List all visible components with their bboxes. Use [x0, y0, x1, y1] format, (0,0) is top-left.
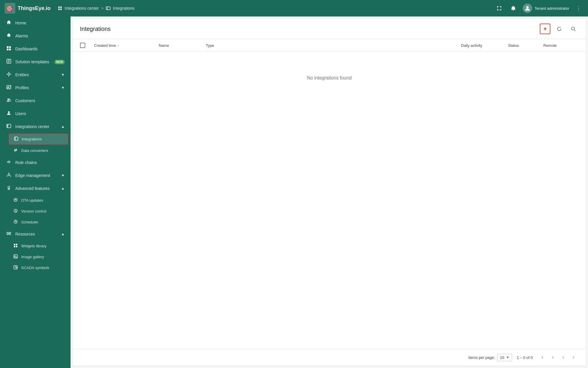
add-integration-button[interactable]: + [540, 24, 550, 34]
sidebar-item-scheduler[interactable]: Scheduler [0, 217, 71, 228]
svg-rect-3 [60, 6, 62, 8]
sidebar-item-resources[interactable]: Resources ▲ [0, 228, 71, 241]
svg-point-14 [9, 72, 9, 73]
data-converters-icon [13, 148, 18, 153]
sidebar-item-integrations[interactable]: Integrations [9, 134, 68, 145]
sidebar-item-label: Dashboards [15, 47, 65, 51]
svg-point-25 [8, 174, 10, 176]
svg-text:🎯: 🎯 [6, 5, 13, 12]
breadcrumb-parent[interactable]: Integrations center [65, 6, 99, 11]
col-created-time-label: Created time [94, 43, 116, 48]
user-menu[interactable]: Tenant administrator [523, 4, 569, 13]
sidebar-subitem-label: Integrations [22, 137, 42, 141]
image-gallery-icon [13, 254, 18, 259]
sidebar-item-label: Entities [15, 72, 58, 77]
svg-point-7 [526, 6, 529, 9]
sidebar-item-label: Integrations center [15, 124, 58, 129]
svg-rect-8 [7, 46, 9, 48]
sidebar-item-version-control[interactable]: Version control [0, 206, 71, 217]
items-per-page-label: Items per page: [468, 355, 495, 360]
chevron-up-icon: ▲ [61, 125, 65, 129]
sidebar-item-users[interactable]: Users [0, 107, 71, 120]
sidebar-item-label: Resources [15, 232, 58, 236]
resources-icon [6, 231, 12, 237]
svg-point-22 [8, 111, 10, 113]
home-icon [6, 20, 12, 26]
prev-page-button[interactable] [548, 353, 557, 362]
sidebar-subitem-label: Widgets library [21, 244, 46, 248]
col-created-time[interactable]: Created time ↓ [94, 43, 159, 48]
col-type[interactable]: Type [206, 43, 461, 48]
chevron-down-icon: ▼ [61, 86, 65, 90]
col-status-label: Status [508, 43, 519, 48]
sidebar-item-label: Profiles [15, 85, 58, 90]
pagination-info: 1 – 0 of 0 [517, 355, 533, 360]
last-page-button[interactable] [569, 353, 579, 362]
svg-point-15 [9, 76, 9, 77]
items-per-page: Items per page: 10 ▼ [468, 354, 512, 361]
sidebar-subitem-label: OTA updates [21, 198, 43, 203]
search-button[interactable] [568, 24, 579, 34]
svg-point-16 [7, 74, 8, 75]
svg-rect-11 [9, 49, 11, 50]
svg-rect-33 [14, 244, 15, 245]
chevron-up-icon: ▲ [61, 186, 65, 190]
sidebar-item-dashboards[interactable]: Dashboards [0, 42, 71, 55]
svg-rect-10 [7, 49, 9, 50]
sidebar-item-solution-templates[interactable]: Solution templates NEW [0, 55, 71, 68]
notifications-button[interactable] [509, 4, 518, 13]
more-menu-button[interactable]: ⋮ [574, 4, 583, 13]
col-daily-activity[interactable]: Daily activity [461, 43, 508, 48]
pagination-controls [537, 353, 579, 362]
sidebar-item-entities[interactable]: Entities ▼ [0, 68, 71, 81]
breadcrumb-separator: > [101, 6, 103, 11]
next-page-button[interactable] [559, 353, 568, 362]
svg-point-29 [8, 188, 10, 190]
sidebar-item-ota-updates[interactable]: OTA updates [0, 195, 71, 206]
sidebar-item-alarms[interactable]: Alarms [0, 29, 71, 42]
per-page-value: 10 [500, 355, 504, 360]
sidebar-subitem-label: Data converters [21, 148, 48, 153]
select-all-checkbox[interactable] [80, 43, 85, 48]
col-remote[interactable]: Remote [543, 43, 579, 48]
svg-point-20 [8, 99, 9, 100]
svg-rect-35 [14, 246, 15, 247]
svg-point-28 [10, 176, 11, 177]
sidebar-item-widgets-library[interactable]: Widgets library [0, 241, 71, 251]
sidebar-item-integrations-center[interactable]: Integrations center ▲ [0, 120, 71, 133]
content-footer: Items per page: 10 ▼ 1 – 0 of 0 [73, 349, 586, 366]
content-header: Integrations + [73, 19, 586, 39]
sidebar-item-scada-symbols[interactable]: SCADA symbols [0, 262, 71, 273]
col-status[interactable]: Status [508, 43, 543, 48]
sidebar-item-label: Users [15, 111, 65, 116]
fullscreen-button[interactable] [495, 4, 504, 13]
refresh-button[interactable] [554, 24, 564, 34]
svg-rect-23 [7, 124, 11, 128]
svg-rect-4 [58, 9, 60, 10]
col-name-label: Name [159, 43, 169, 48]
col-name[interactable]: Name [159, 43, 206, 48]
entities-icon [6, 72, 12, 78]
per-page-select[interactable]: 10 ▼ [497, 354, 512, 361]
sidebar-item-advanced-features[interactable]: Advanced features ▲ [0, 182, 71, 195]
sidebar-item-label: Solution templates [15, 59, 51, 64]
svg-point-17 [10, 74, 11, 75]
ota-updates-icon [13, 198, 18, 203]
sidebar-item-profiles[interactable]: Profiles ▼ [0, 81, 71, 94]
sidebar-item-home[interactable]: Home [0, 16, 71, 29]
sidebar-item-rule-chains[interactable]: Rule chains [0, 156, 71, 169]
sidebar-item-customers[interactable]: Customers [0, 94, 71, 107]
sidebar-item-data-converters[interactable]: Data converters [0, 145, 71, 156]
table-container: Created time ↓ Name Type Daily activity … [73, 39, 586, 349]
svg-point-13 [8, 73, 10, 75]
first-page-button[interactable] [537, 353, 547, 362]
widgets-library-icon [13, 243, 18, 248]
sidebar-item-label: Edge management [15, 173, 58, 178]
sidebar-subitem-label: Image gallery [21, 255, 44, 259]
sidebar-item-image-gallery[interactable]: Image gallery [0, 251, 71, 262]
chevron-up-icon: ▲ [61, 232, 65, 236]
app-logo[interactable]: 🎯 ThingsEye.io [5, 3, 51, 14]
sidebar-item-edge-management[interactable]: Edge management ▼ [0, 169, 71, 182]
breadcrumb: Integrations center > Integrations [58, 6, 492, 11]
col-type-label: Type [206, 43, 214, 48]
